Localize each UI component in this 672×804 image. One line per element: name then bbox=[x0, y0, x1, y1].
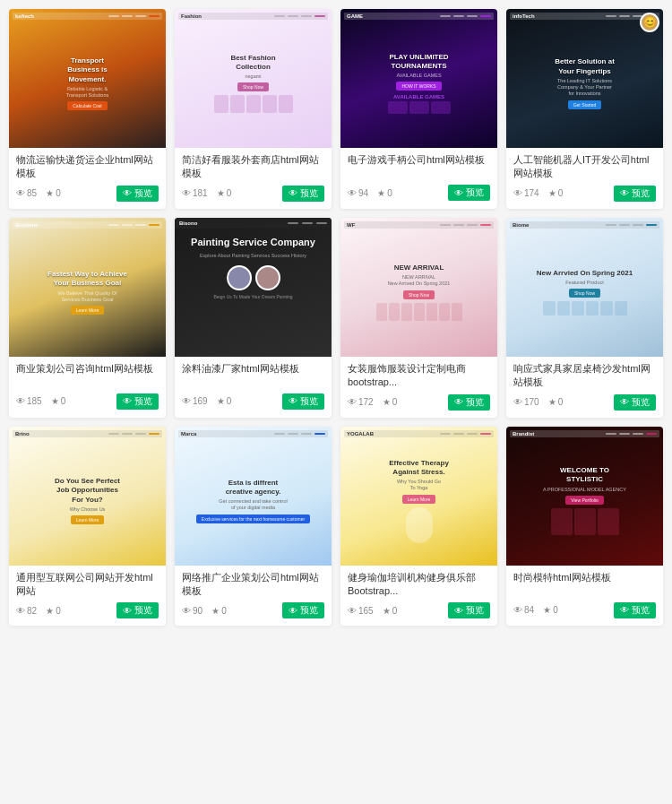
card-thumbnail-4[interactable]: 😊 infoTech Better Solution at Your Finge… bbox=[506, 9, 663, 148]
star-stat-11: ★ 0 bbox=[383, 606, 398, 616]
card-stats-2: 👁 181 ★ 0 bbox=[182, 188, 231, 198]
template-card-10: Marca Esta is diffrent creative agency. … bbox=[175, 427, 332, 627]
card-thumbnail-5[interactable]: Busitime Fastest Way to Achieve Your Bus… bbox=[9, 218, 166, 357]
view-stat-10: 👁 90 bbox=[182, 606, 202, 616]
card-info-4: 人工智能机器人IT开发公司html网站模板 👁 174 ★ 0 👁 预览 bbox=[506, 148, 663, 209]
template-card-11: YOGALAB Effective Therapy Against Stress… bbox=[340, 427, 497, 627]
star-count-7: 0 bbox=[392, 397, 398, 407]
card-thumbnail-9[interactable]: Brino Do You See Perfect Job Opportuniti… bbox=[9, 427, 166, 566]
card-meta-3: 👁 94 ★ 0 👁 预览 bbox=[348, 185, 490, 201]
preview-eye-icon-1: 👁 bbox=[123, 188, 132, 198]
card-thumbnail-11[interactable]: YOGALAB Effective Therapy Against Stress… bbox=[340, 427, 497, 566]
card-info-3: 电子游戏手柄公司html网站模板 👁 94 ★ 0 👁 预览 bbox=[340, 148, 497, 208]
card-stats-10: 👁 90 ★ 0 bbox=[182, 606, 227, 616]
star-icon-10: ★ bbox=[211, 606, 220, 616]
view-stat-8: 👁 170 bbox=[513, 397, 539, 407]
star-stat-5: ★ 0 bbox=[51, 396, 66, 406]
preview-button-2[interactable]: 👁 预览 bbox=[282, 186, 324, 202]
star-stat-1: ★ 0 bbox=[46, 188, 61, 198]
preview-button-9[interactable]: 👁 预览 bbox=[116, 602, 159, 618]
preview-label-5: 预览 bbox=[134, 395, 152, 408]
template-card-2: Fashion Best Fashion Collection negami S… bbox=[175, 9, 332, 209]
preview-label-9: 预览 bbox=[134, 604, 152, 617]
view-stat-2: 👁 181 bbox=[182, 188, 208, 198]
card-title-4: 人工智能机器人IT开发公司html网站模板 bbox=[513, 153, 656, 181]
view-stat-1: 👁 85 bbox=[16, 188, 37, 198]
preview-button-8[interactable]: 👁 预览 bbox=[614, 394, 656, 411]
card-thumbnail-12[interactable]: Brandist WELCOME TO STYLISTIC A PROFESSI… bbox=[506, 427, 663, 566]
template-grid: kaftech Transport Business is Movement. … bbox=[0, 0, 672, 635]
star-count-10: 0 bbox=[221, 606, 227, 616]
star-count-4: 0 bbox=[558, 188, 564, 198]
view-count-9: 82 bbox=[27, 606, 37, 616]
card-meta-2: 👁 181 ★ 0 👁 预览 bbox=[182, 186, 324, 202]
card-thumbnail-8[interactable]: Biome New Arrvied On Spring 2021 Feature… bbox=[506, 218, 663, 357]
view-stat-3: 👁 94 bbox=[348, 188, 368, 198]
preview-button-10[interactable]: 👁 预览 bbox=[282, 602, 324, 618]
preview-label-10: 预览 bbox=[300, 604, 318, 617]
preview-button-6[interactable]: 👁 预览 bbox=[282, 393, 324, 410]
card-meta-4: 👁 174 ★ 0 👁 预览 bbox=[513, 186, 656, 202]
card-thumbnail-6[interactable]: Bisono Painting Service Company Explore … bbox=[175, 218, 332, 357]
star-stat-10: ★ 0 bbox=[211, 606, 227, 616]
view-stat-12: 👁 84 bbox=[513, 605, 534, 615]
view-stat-7: 👁 172 bbox=[348, 397, 374, 407]
template-card-12: Brandist WELCOME TO STYLISTIC A PROFESSI… bbox=[506, 427, 663, 627]
card-thumbnail-7[interactable]: WF NEW ARRIVAL NEW ARRIVAL New Arrived O… bbox=[340, 218, 497, 357]
star-icon-12: ★ bbox=[543, 605, 551, 615]
eye-icon-10: 👁 bbox=[182, 606, 191, 616]
preview-button-3[interactable]: 👁 预览 bbox=[448, 185, 490, 201]
view-count-4: 174 bbox=[524, 188, 539, 198]
card-info-2: 简洁好看服装外套商店html网站模板 👁 181 ★ 0 👁 预览 bbox=[175, 148, 332, 209]
view-stat-4: 👁 174 bbox=[513, 188, 539, 198]
card-thumbnail-3[interactable]: GAME PLAY UNLIMITED TOURNAMENTS AVAILABL… bbox=[340, 9, 497, 148]
star-icon-5: ★ bbox=[51, 396, 59, 406]
card-stats-3: 👁 94 ★ 0 bbox=[348, 188, 392, 198]
card-title-2: 简洁好看服装外套商店html网站模板 bbox=[182, 153, 324, 181]
preview-label-3: 预览 bbox=[466, 186, 484, 199]
card-meta-12: 👁 84 ★ 0 👁 预览 bbox=[513, 602, 656, 618]
preview-button-5[interactable]: 👁 预览 bbox=[116, 393, 159, 410]
card-meta-10: 👁 90 ★ 0 👁 预览 bbox=[182, 602, 324, 618]
card-stats-7: 👁 172 ★ 0 bbox=[348, 397, 397, 407]
card-stats-12: 👁 84 ★ 0 bbox=[513, 605, 558, 615]
preview-button-4[interactable]: 👁 预览 bbox=[614, 186, 656, 202]
preview-eye-icon-10: 👁 bbox=[289, 606, 297, 616]
preview-button-7[interactable]: 👁 预览 bbox=[448, 394, 490, 411]
view-count-10: 90 bbox=[193, 606, 202, 616]
star-count-5: 0 bbox=[61, 396, 66, 406]
preview-button-1[interactable]: 👁 预览 bbox=[116, 186, 159, 202]
view-count-5: 185 bbox=[27, 396, 42, 406]
view-count-7: 172 bbox=[358, 397, 374, 407]
card-info-1: 物流运输快递货运企业html网站模板 👁 85 ★ 0 👁 预览 bbox=[9, 148, 166, 209]
preview-button-11[interactable]: 👁 预览 bbox=[448, 602, 490, 618]
view-stat-11: 👁 165 bbox=[348, 606, 374, 616]
template-card-9: Brino Do You See Perfect Job Opportuniti… bbox=[9, 427, 166, 627]
view-stat-9: 👁 82 bbox=[16, 606, 37, 616]
preview-eye-icon-5: 👁 bbox=[123, 396, 132, 406]
view-stat-6: 👁 169 bbox=[182, 396, 208, 406]
card-title-11: 健身瑜伽培训机构健身俱乐部Bootstrap... bbox=[348, 571, 490, 599]
star-icon-3: ★ bbox=[377, 188, 385, 198]
view-count-11: 165 bbox=[358, 606, 374, 616]
template-card-3: GAME PLAY UNLIMITED TOURNAMENTS AVAILABL… bbox=[340, 9, 497, 209]
star-count-11: 0 bbox=[392, 606, 398, 616]
star-stat-7: ★ 0 bbox=[383, 397, 398, 407]
preview-button-12[interactable]: 👁 预览 bbox=[614, 602, 656, 618]
card-thumbnail-1[interactable]: kaftech Transport Business is Movement. … bbox=[9, 9, 166, 148]
card-stats-11: 👁 165 ★ 0 bbox=[348, 606, 397, 616]
card-thumbnail-2[interactable]: Fashion Best Fashion Collection negami S… bbox=[175, 9, 332, 148]
card-stats-8: 👁 170 ★ 0 bbox=[513, 397, 563, 407]
card-thumbnail-10[interactable]: Marca Esta is diffrent creative agency. … bbox=[175, 427, 332, 566]
eye-icon-5: 👁 bbox=[16, 396, 25, 406]
card-title-7: 女装服饰服装设计定制电商bootstrap... bbox=[348, 362, 490, 390]
card-info-10: 网络推广企业策划公司html网站模板 👁 90 ★ 0 👁 预览 bbox=[175, 566, 332, 627]
view-count-1: 85 bbox=[27, 188, 37, 198]
preview-label-7: 预览 bbox=[466, 396, 484, 409]
card-meta-7: 👁 172 ★ 0 👁 预览 bbox=[348, 394, 490, 411]
preview-label-1: 预览 bbox=[134, 187, 152, 200]
template-card-7: WF NEW ARRIVAL NEW ARRIVAL New Arrived O… bbox=[340, 218, 497, 418]
eye-icon-9: 👁 bbox=[16, 606, 25, 616]
card-title-3: 电子游戏手柄公司html网站模板 bbox=[348, 153, 490, 180]
star-count-1: 0 bbox=[56, 188, 61, 198]
